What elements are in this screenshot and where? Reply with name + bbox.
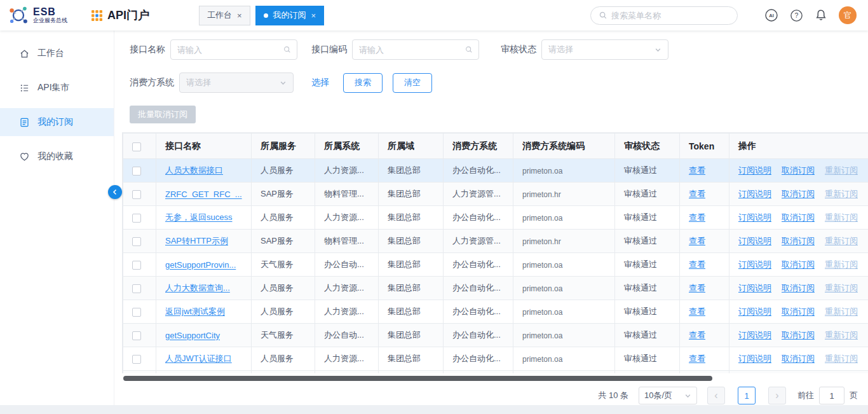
resubscribe-link[interactable]: 重新订阅 — [825, 236, 858, 245]
row-checkbox[interactable] — [132, 308, 141, 317]
prev-page-button[interactable]: ‹ — [707, 387, 725, 404]
ai-assistant-icon[interactable]: AI — [764, 8, 778, 22]
consumer-system-select[interactable]: 请选择 — [179, 72, 294, 93]
subscription-info-link[interactable]: 订阅说明 — [738, 307, 771, 316]
subscription-info-link[interactable]: 订阅说明 — [738, 354, 771, 363]
unsubscribe-link[interactable]: 取消订阅 — [782, 354, 815, 363]
tab-close-icon[interactable]: × — [311, 11, 316, 20]
resubscribe-link[interactable]: 重新订阅 — [825, 259, 858, 269]
collapse-sidebar-toggle[interactable] — [108, 185, 122, 199]
sidebar-item-my-favorites[interactable]: 我的收藏 — [0, 142, 114, 170]
menu-search-box[interactable] — [590, 6, 738, 25]
token-view-link[interactable]: 查看 — [689, 259, 705, 269]
app-window: ESB 企业服务总线 API门户 工作台 × 我的订阅 × — [0, 0, 868, 405]
unsubscribe-link[interactable]: 取消订阅 — [782, 212, 815, 222]
resubscribe-link[interactable]: 重新订阅 — [825, 330, 858, 340]
tab-close-icon[interactable]: × — [237, 11, 242, 20]
subscription-info-link[interactable]: 订阅说明 — [738, 189, 771, 198]
table-row: SAP转HTTP示例SAP服务物料管理...集团总部人力资源管...primet… — [123, 230, 868, 253]
consumer-code-cell: primeton.oa — [522, 355, 562, 364]
top-header: ESB 企业服务总线 API门户 工作台 × 我的订阅 × — [0, 0, 868, 31]
select-all-checkbox[interactable] — [132, 142, 141, 151]
row-checkbox[interactable] — [132, 237, 141, 246]
token-view-link[interactable]: 查看 — [689, 189, 705, 198]
resubscribe-link[interactable]: 重新订阅 — [825, 165, 858, 175]
token-view-link[interactable]: 查看 — [689, 354, 705, 363]
column-header-audit-status: 审核状态 — [615, 134, 680, 159]
row-checkbox[interactable] — [132, 190, 141, 199]
clear-button[interactable]: 清空 — [393, 73, 432, 93]
current-page-button[interactable]: 1 — [738, 387, 756, 404]
interface-name-link[interactable]: getSupportProvin... — [165, 260, 236, 270]
service-cell: 人员服务 — [261, 212, 294, 222]
unsubscribe-link[interactable]: 取消订阅 — [782, 283, 815, 293]
row-checkbox[interactable] — [132, 261, 141, 270]
interface-name-field[interactable] — [177, 45, 279, 55]
unsubscribe-link[interactable]: 取消订阅 — [782, 259, 815, 269]
interface-name-link[interactable]: 人力大数据查询... — [165, 283, 230, 293]
subscription-info-link[interactable]: 订阅说明 — [738, 212, 771, 222]
subscription-info-link[interactable]: 订阅说明 — [738, 283, 771, 293]
service-cell: 天气服务 — [261, 330, 294, 340]
interface-code-field[interactable] — [359, 45, 461, 55]
menu-search-input[interactable] — [611, 11, 729, 20]
resubscribe-link[interactable]: 重新订阅 — [825, 283, 858, 293]
resubscribe-link[interactable]: 重新订阅 — [825, 307, 858, 316]
token-view-link[interactable]: 查看 — [689, 307, 705, 316]
scrollbar-thumb[interactable] — [123, 376, 712, 381]
token-view-link[interactable]: 查看 — [689, 212, 705, 222]
sidebar-item-my-subscriptions[interactable]: 我的订阅 — [0, 108, 114, 136]
search-button[interactable]: 搜索 — [343, 73, 383, 93]
token-view-link[interactable]: 查看 — [689, 283, 705, 293]
esb-logo: ESB 企业服务总线 — [8, 4, 67, 26]
user-avatar[interactable]: 官 — [839, 6, 857, 24]
unsubscribe-link[interactable]: 取消订阅 — [782, 307, 815, 316]
interface-name-link[interactable]: ZRFC_GET_RFC_... — [165, 190, 242, 199]
sidebar-item-workbench[interactable]: 工作台 — [0, 39, 114, 67]
subscription-info-link[interactable]: 订阅说明 — [738, 259, 771, 269]
consumer-cell: 办公自动化... — [452, 165, 501, 175]
domain-cell: 集团总部 — [388, 236, 421, 245]
resubscribe-link[interactable]: 重新订阅 — [825, 354, 858, 363]
interface-name-link[interactable]: 返回jwt测试案例 — [165, 307, 225, 316]
interface-name-input[interactable] — [170, 39, 297, 60]
audit-status-select[interactable]: 请选择 — [541, 39, 668, 60]
subscription-info-link[interactable]: 订阅说明 — [738, 165, 771, 175]
next-page-button[interactable]: › — [768, 387, 786, 404]
unsubscribe-link[interactable]: 取消订阅 — [782, 236, 815, 245]
tab-my-subscriptions[interactable]: 我的订阅 × — [255, 6, 325, 25]
row-checkbox[interactable] — [132, 214, 141, 223]
batch-unsubscribe-button[interactable]: 批量取消订阅 — [130, 106, 196, 123]
interface-name-link[interactable]: SAP转HTTP示例 — [165, 236, 228, 245]
row-checkbox[interactable] — [132, 355, 141, 364]
row-checkbox[interactable] — [132, 284, 141, 293]
column-header-actions: 操作 — [729, 134, 868, 159]
help-icon[interactable]: ? — [789, 8, 803, 22]
goto-page-input[interactable] — [819, 387, 844, 404]
token-view-link[interactable]: 查看 — [689, 330, 705, 340]
row-checkbox[interactable] — [132, 331, 141, 340]
token-view-link[interactable]: 查看 — [689, 165, 705, 175]
resubscribe-link[interactable]: 重新订阅 — [825, 212, 858, 222]
subscription-info-link[interactable]: 订阅说明 — [738, 236, 771, 245]
sidebar-item-api-market[interactable]: API集市 — [0, 74, 114, 102]
consumer-system-choose-link[interactable]: 选择 — [311, 77, 329, 88]
interface-code-input[interactable] — [352, 39, 479, 60]
unsubscribe-link[interactable]: 取消订阅 — [782, 189, 815, 198]
subscription-info-link[interactable]: 订阅说明 — [738, 330, 771, 340]
interface-name-link[interactable]: 人员JWT认证接口 — [165, 354, 232, 363]
interface-name-link[interactable]: getSupportCity — [165, 331, 220, 340]
column-header-consumer: 消费方系统 — [444, 134, 513, 159]
open-page-tabs: 工作台 × 我的订阅 × — [199, 6, 324, 25]
token-view-link[interactable]: 查看 — [689, 236, 705, 245]
tab-workbench[interactable]: 工作台 × — [199, 6, 250, 25]
interface-name-link[interactable]: 无参，返回sucess — [165, 212, 232, 222]
interface-name-link[interactable]: 人员大数据接口 — [165, 165, 223, 175]
unsubscribe-link[interactable]: 取消订阅 — [782, 165, 815, 175]
unsubscribe-link[interactable]: 取消订阅 — [782, 330, 815, 340]
notification-bell-icon[interactable] — [814, 8, 828, 22]
resubscribe-link[interactable]: 重新订阅 — [825, 189, 858, 198]
row-checkbox[interactable] — [132, 167, 141, 176]
page-size-select[interactable]: 10条/页 — [639, 387, 697, 404]
consumer-cell: 人力资源管... — [452, 236, 501, 245]
